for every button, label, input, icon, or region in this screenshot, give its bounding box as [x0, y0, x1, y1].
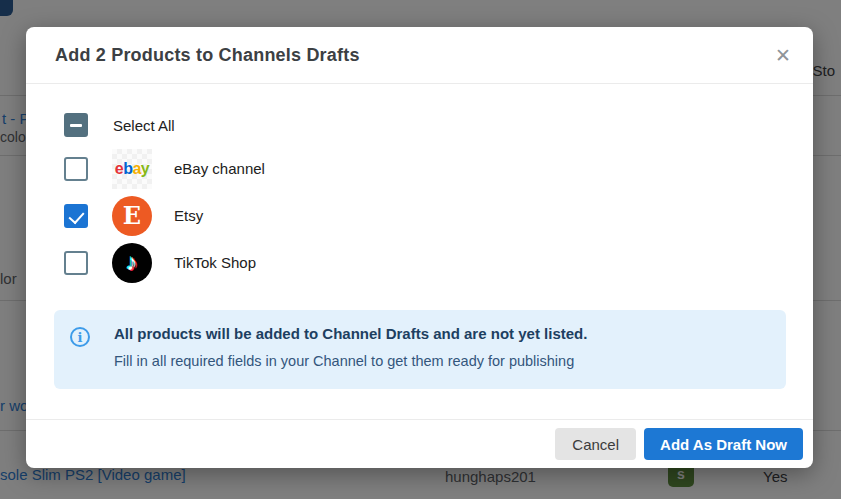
info-line-secondary: Fill in all required fields in your Chan… — [114, 353, 587, 369]
info-text: All products will be added to Channel Dr… — [114, 325, 587, 369]
channel-row-ebay: ebay eBay channel — [54, 145, 786, 192]
ebay-letter: b — [123, 160, 132, 178]
info-icon: i — [70, 327, 90, 347]
add-as-draft-button[interactable]: Add As Draft Now — [644, 428, 803, 460]
select-all-checkbox[interactable] — [64, 113, 88, 137]
tiktok-label: TikTok Shop — [174, 254, 256, 271]
ebay-checkbox[interactable] — [64, 157, 88, 181]
close-icon[interactable]: ✕ — [769, 41, 797, 69]
modal-footer: Cancel Add As Draft Now — [26, 419, 813, 468]
select-all-label: Select All — [113, 117, 175, 134]
ebay-letter: e — [115, 160, 123, 178]
info-banner: i All products will be added to Channel … — [54, 310, 786, 389]
ebay-logo-icon: ebay — [112, 149, 152, 189]
etsy-label: Etsy — [174, 207, 203, 224]
add-to-channels-modal: Add 2 Products to Channels Drafts ✕ Sele… — [26, 27, 813, 468]
cancel-button[interactable]: Cancel — [555, 428, 636, 460]
tiktok-logo-icon: ♪ — [112, 243, 152, 283]
channel-row-select-all: Select All — [54, 105, 786, 145]
channel-row-tiktok: ♪ TikTok Shop — [54, 239, 786, 286]
modal-body: Select All ebay eBay channel E Etsy ♪ Ti… — [26, 84, 813, 389]
modal-title: Add 2 Products to Channels Drafts — [55, 45, 360, 66]
ebay-letter: a — [132, 160, 140, 178]
ebay-label: eBay channel — [174, 160, 265, 177]
ebay-letter: y — [141, 160, 149, 178]
etsy-checkbox[interactable] — [64, 204, 88, 228]
modal-header: Add 2 Products to Channels Drafts ✕ — [26, 27, 813, 84]
tiktok-checkbox[interactable] — [64, 251, 88, 275]
channel-row-etsy: E Etsy — [54, 192, 786, 239]
etsy-logo-icon: E — [112, 196, 152, 236]
info-line-primary: All products will be added to Channel Dr… — [114, 325, 587, 342]
